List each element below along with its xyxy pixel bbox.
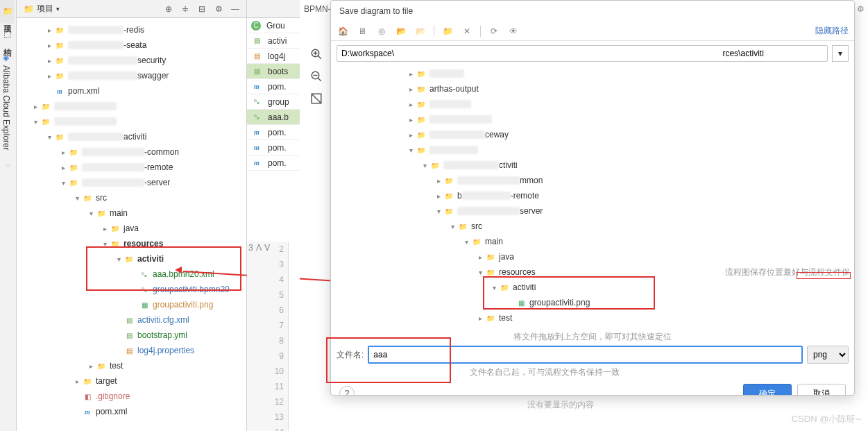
tree-node[interactable]: ▸📁java	[17, 221, 246, 236]
settings-icon[interactable]: ⚙	[212, 2, 225, 16]
tree-node[interactable]: ▾📁main	[17, 205, 246, 221]
file-node[interactable]: ▸📁	[337, 96, 849, 112]
tree-node[interactable]: ▸📁-redis	[17, 22, 246, 37]
tree-node[interactable]: ·mpom.xml	[17, 404, 246, 419]
show-hidden-icon[interactable]: 👁	[507, 25, 520, 37]
file-node[interactable]: ▸📁ceway	[337, 127, 849, 142]
editor-tab[interactable]: ᵇₒaaa.b	[247, 110, 300, 125]
locate-icon[interactable]: ⊕	[162, 2, 176, 16]
editor-tab[interactable]: CGrou	[247, 18, 300, 33]
tree-node[interactable]: ▾📁resources	[17, 236, 246, 251]
file-node[interactable]: ▾📁	[337, 142, 849, 158]
line-number: 3	[247, 257, 289, 272]
tree-node[interactable]: ▾📁activiti	[17, 129, 246, 144]
filename-input[interactable]	[368, 346, 803, 364]
editor-tab[interactable]: mpom.	[247, 79, 300, 94]
editor-tab[interactable]: mpom.	[247, 140, 300, 155]
editor-gutter-head: 3 ᐱ ᐯ	[248, 243, 270, 253]
file-browser-tree[interactable]: ▸📁▸📁arthas-output▸📁▸📁▸📁ceway▾📁▾📁ctiviti▸…	[337, 66, 849, 330]
tree-node[interactable]: ▸📁security	[17, 53, 246, 68]
expand-icon[interactable]: ≑	[178, 2, 192, 16]
new-folder-icon[interactable]: 📁	[441, 25, 454, 37]
editor-tab[interactable]: ᵇₒgroup	[247, 94, 300, 110]
file-node[interactable]: ▾📁main	[337, 234, 849, 249]
vtab-structure[interactable]: ⬚结构	[0, 24, 15, 47]
gutter-down-icon[interactable]: ᐯ	[264, 243, 270, 253]
tree-node[interactable]: ·▤bootstrap.yml	[17, 328, 246, 343]
cancel-button[interactable]: 取消	[797, 384, 846, 396]
line-number: 12	[247, 394, 289, 409]
file-node[interactable]: ▾📁activiti	[337, 280, 849, 295]
file-node[interactable]: ▸📁test	[337, 310, 849, 326]
editor-tab[interactable]: ▤log4j	[247, 49, 300, 64]
tree-node[interactable]: ·▦groupactiviti.png	[17, 297, 246, 312]
module-icon[interactable]: 📂	[395, 25, 407, 37]
tree-node[interactable]: ▾📁-server	[17, 175, 246, 190]
toggle-path-link[interactable]: 隐藏路径	[815, 25, 849, 37]
home-icon[interactable]: 🏠	[337, 25, 349, 37]
module2-icon[interactable]: 📂	[414, 25, 427, 37]
file-node[interactable]: ▸📁java	[337, 249, 849, 264]
zoom-in-icon[interactable]	[308, 46, 325, 62]
zoom-out-icon[interactable]	[308, 68, 325, 85]
file-node[interactable]: ·▦groupactiviti.png	[337, 295, 849, 310]
zoom-fit-icon[interactable]	[308, 90, 325, 107]
tree-node[interactable]: ·▤activiti.cfg.xml	[17, 312, 246, 328]
gutter-up-icon[interactable]: ᐱ	[256, 243, 262, 253]
tree-node[interactable]: ·mpom.xml	[17, 83, 246, 99]
file-node[interactable]: ▾📁server	[337, 203, 849, 219]
file-node[interactable]: ▸📁	[337, 112, 849, 127]
refresh-icon[interactable]: ⟳	[488, 25, 500, 37]
line-number: 8	[247, 333, 289, 348]
file-node[interactable]: ▾📁resources流程图保存位置最好与流程文件保持一致	[337, 264, 849, 280]
file-node[interactable]: ▸📁arthas-output	[337, 81, 849, 96]
filename-label: 文件名:	[337, 349, 364, 361]
tree-node[interactable]: ▸📁test	[17, 358, 246, 373]
project-tree[interactable]: ▸📁-redis▸📁-seata▸📁security▸📁swagger·mpom…	[17, 18, 246, 431]
help-icon[interactable]: ?	[339, 386, 355, 396]
line-number: 13	[247, 409, 289, 425]
tree-node[interactable]: ·ᵇₒaaa.bpmn20.xml	[17, 267, 246, 282]
tree-node[interactable]: ▸📁target	[17, 373, 246, 389]
line-number: 6	[247, 303, 289, 318]
tree-node[interactable]: ▸📁swagger	[17, 68, 246, 83]
delete-icon[interactable]: ✕	[461, 25, 473, 37]
editor-tab[interactable]: ▤activi	[247, 33, 300, 49]
vtab-alibaba-cloud[interactable]: ◈Alibaba Cloud Explorer	[0, 47, 12, 156]
tree-node[interactable]: ▾📁activiti	[17, 251, 246, 267]
editor-tab[interactable]: mpom.	[247, 155, 300, 171]
file-node[interactable]: ▾📁src	[337, 219, 849, 234]
filename-row: 文件名: png	[337, 346, 849, 364]
path-history-dropdown[interactable]: ▾	[832, 45, 849, 62]
project-view-dropdown[interactable]: 📁项目▾	[21, 1, 62, 16]
project-root-icon[interactable]: ◎	[375, 25, 388, 37]
tree-node[interactable]: ·ᵇₒgroupactiviti.bpmn20	[17, 282, 246, 297]
tree-node[interactable]: ▸📁	[17, 99, 246, 114]
file-node[interactable]: ▸📁b-remote	[337, 188, 849, 203]
dialog-button-bar: ? 确定 取消	[331, 378, 854, 396]
line-number: 14	[247, 425, 289, 431]
desktop-icon[interactable]: 🖥	[356, 25, 368, 37]
path-input[interactable]	[337, 45, 828, 62]
vtab-project[interactable]: 📁项目	[0, 0, 15, 24]
collapse-icon[interactable]: ⊟	[195, 2, 209, 16]
tree-node[interactable]: ▾📁	[17, 114, 246, 129]
ok-button[interactable]: 确定	[743, 384, 792, 396]
tree-node[interactable]: ·▤log4j.properties	[17, 343, 246, 358]
tree-node[interactable]: ·◧.gitignore	[17, 389, 246, 404]
tree-node[interactable]: ▸📁-seata	[17, 37, 246, 53]
editor-top-hdr	[247, 0, 300, 18]
tree-node[interactable]: ▸📁-common	[17, 144, 246, 160]
editor-tab[interactable]: ▤boots	[247, 64, 300, 79]
file-node[interactable]: ▸📁mmon	[337, 173, 849, 188]
svg-line-1	[318, 56, 321, 59]
gear-icon[interactable]: ⚙	[857, 4, 867, 14]
line-number: 7	[247, 318, 289, 333]
file-node[interactable]: ▸📁	[337, 66, 849, 81]
tree-node[interactable]: ▾📁src	[17, 190, 246, 205]
editor-tab[interactable]: mpom.	[247, 125, 300, 140]
tree-node[interactable]: ▸📁-remote	[17, 160, 246, 175]
extension-select[interactable]: png	[807, 346, 849, 364]
hide-panel-icon[interactable]: —	[228, 2, 242, 16]
file-node[interactable]: ▾📁ctiviti	[337, 158, 849, 173]
